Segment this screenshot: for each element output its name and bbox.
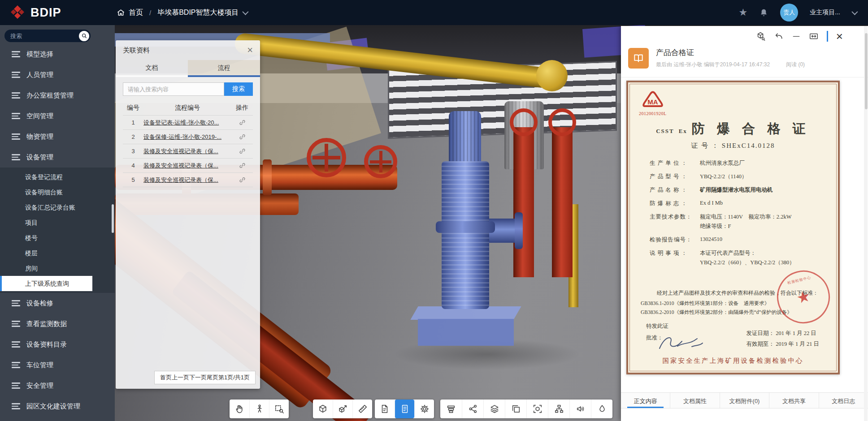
- pagination-prev[interactable]: 上一页: [172, 374, 189, 382]
- flow-link[interactable]: 设备登记表-运维-张小敬-20...: [143, 119, 231, 127]
- seal-text: 检测检验中心: [774, 272, 824, 289]
- fit-width-icon[interactable]: [809, 31, 819, 41]
- sidebar-item-safety[interactable]: 安全管理: [0, 375, 115, 396]
- submenu-item-building[interactable]: 楼号: [0, 230, 115, 245]
- flow-search-input[interactable]: [123, 82, 224, 96]
- tab-sharing[interactable]: 文档共享: [769, 393, 819, 408]
- star-icon[interactable]: ★: [739, 7, 748, 18]
- field-label: 检验报告编号：: [650, 236, 700, 244]
- layers-icon[interactable]: [483, 400, 505, 418]
- submenu-item-room[interactable]: 房间: [0, 261, 115, 276]
- sidebar-item-personnel[interactable]: 人员管理: [0, 64, 115, 85]
- link-icon[interactable]: [231, 176, 253, 184]
- settings-gear-icon[interactable]: [414, 400, 434, 418]
- bell-icon[interactable]: [759, 8, 768, 17]
- tab-content[interactable]: 正文内容: [621, 393, 670, 408]
- flow-link[interactable]: 装修及安全巡视记录表（保...: [143, 147, 231, 155]
- tab-flows[interactable]: 流程: [188, 60, 260, 77]
- tab-attachments[interactable]: 文档附件(0): [720, 393, 769, 408]
- sidebar-item-equipment[interactable]: 设备管理: [0, 147, 115, 168]
- sidebar-scrollbar[interactable]: [112, 204, 114, 233]
- undo-icon[interactable]: [774, 31, 784, 41]
- submenu-item-summary-ledger[interactable]: 设备汇总记录台账: [0, 200, 115, 215]
- tab-properties[interactable]: 文档属性: [670, 393, 720, 408]
- col-header-ops: 操作: [231, 104, 253, 112]
- col-header-flow-no: 流程编号: [143, 104, 231, 112]
- model-frame-icon[interactable]: [526, 400, 548, 418]
- link-icon[interactable]: [231, 133, 253, 141]
- flow-link[interactable]: 设备保修-运维-张小敬-2019-...: [143, 133, 231, 141]
- measure-icon[interactable]: [352, 400, 372, 418]
- selected-pump-collar: [436, 221, 495, 233]
- zoom-select-icon[interactable]: [269, 400, 289, 418]
- related-data-panel: 关联资料 × 文档 流程 搜索 编号 流程编号 操作 1 设备登记表-运维-张小…: [116, 40, 260, 389]
- field-value: Ex d I Mb: [700, 200, 723, 207]
- table-row: 4 装修及安全巡视记录表（保...: [123, 159, 253, 173]
- table-row: 3 装修及安全巡视记录表（保...: [123, 144, 253, 159]
- field-label: 产 品 型 号 ：: [650, 173, 700, 180]
- pagination-first[interactable]: 首页: [160, 374, 172, 382]
- pagination-next[interactable]: 下一页: [189, 374, 207, 382]
- close-icon[interactable]: ×: [836, 30, 843, 42]
- sidebar-item-parking[interactable]: 车位管理: [0, 355, 115, 375]
- submenu-item-floor[interactable]: 楼层: [0, 245, 115, 261]
- tree-structure-icon[interactable]: [548, 400, 569, 418]
- share-icon[interactable]: [462, 400, 483, 418]
- paint-drop-icon[interactable]: [591, 400, 612, 418]
- cube-explode-icon[interactable]: [333, 400, 352, 418]
- sidebar-item-park-culture[interactable]: 园区文化建设管理: [0, 396, 115, 417]
- link-icon[interactable]: [231, 119, 253, 126]
- sidebar-search-input[interactable]: [10, 33, 79, 39]
- read-label: 阅读: [786, 61, 797, 68]
- flow-link[interactable]: 装修及安全巡视记录表（保...: [143, 176, 231, 184]
- document-info-icon[interactable]: [395, 400, 414, 418]
- pan-hand-icon[interactable]: [230, 400, 249, 418]
- avatar[interactable]: 责人: [780, 4, 798, 21]
- breadcrumb-project[interactable]: 毕埃慕BDIP智慧大楼项目: [157, 8, 247, 17]
- locate-model-icon[interactable]: [756, 31, 766, 41]
- pagination-last[interactable]: 尾页: [207, 374, 218, 382]
- related-panel-tabs: 文档 流程: [116, 60, 260, 77]
- link-icon[interactable]: [231, 162, 253, 169]
- field-value: 杭州清泉水泵总厂: [700, 159, 745, 167]
- seal-star-icon: ★: [794, 287, 812, 307]
- sound-icon[interactable]: [569, 400, 591, 418]
- sidebar-item-equipment-docs[interactable]: 设备资料目录: [0, 334, 115, 355]
- sidebar-item-materials[interactable]: 物资管理: [0, 126, 115, 147]
- sidebar-item-model-select[interactable]: 模型选择: [0, 44, 115, 64]
- tab-documents[interactable]: 文档: [116, 60, 188, 77]
- cube-view-icon[interactable]: [313, 400, 333, 418]
- panel-divider: [827, 31, 828, 42]
- walk-person-icon[interactable]: [249, 400, 269, 418]
- flow-search-button[interactable]: 搜索: [224, 82, 253, 96]
- field-value: 本证可代表产品型号：: [700, 249, 756, 257]
- submenu-item-system-query[interactable]: 上下级系统查询: [0, 276, 92, 291]
- breadcrumb-separator: /: [149, 9, 151, 17]
- submenu-item-project[interactable]: 项目: [0, 215, 115, 230]
- sidebar-search-button[interactable]: [79, 31, 89, 41]
- table-row: 5 装修及安全巡视记录表（保...: [123, 173, 253, 187]
- row-number: 1: [123, 119, 143, 126]
- submenu-item-registration-flow[interactable]: 设备登记流程: [0, 169, 115, 185]
- user-chevron-down-icon[interactable]: [851, 9, 858, 15]
- toolbar-group-model: [313, 400, 372, 418]
- link-icon[interactable]: [231, 147, 253, 155]
- document-edit-icon[interactable]: [375, 400, 395, 418]
- sidebar-item-space[interactable]: 空间管理: [0, 106, 115, 126]
- cert-issuer: 国家安全生产上海矿用设备检测检验中心: [628, 357, 838, 365]
- field-value: 13024510: [700, 236, 722, 244]
- sidebar-item-office-lease[interactable]: 办公室租赁管理: [0, 85, 115, 106]
- close-icon[interactable]: ×: [247, 45, 253, 55]
- stack-icon[interactable]: [440, 400, 462, 418]
- submenu-item-detail-ledger[interactable]: 设备明细台账: [0, 185, 115, 200]
- copy-icon[interactable]: [505, 400, 526, 418]
- nav-home[interactable]: 首页: [117, 8, 143, 17]
- brand: BDIP: [0, 5, 103, 20]
- flow-link[interactable]: 装修及安全巡视记录表（保...: [143, 162, 231, 170]
- scrollbar-thumb[interactable]: [865, 33, 868, 109]
- sidebar-item-maintenance[interactable]: 设备检修: [0, 293, 115, 314]
- tab-logs[interactable]: 文档日志: [819, 393, 868, 408]
- minimize-icon[interactable]: [792, 32, 801, 41]
- selected-pump-body[interactable]: [442, 161, 489, 309]
- sidebar-item-monitoring[interactable]: 查看监测数据: [0, 314, 115, 334]
